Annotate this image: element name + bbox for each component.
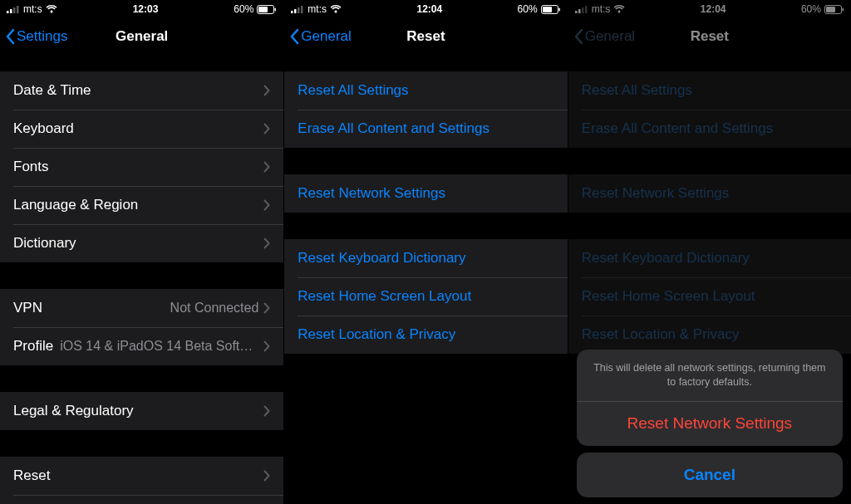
status-bar: mt:s 12:03 60% (0, 0, 283, 18)
label-reset-network: Reset Network Settings (298, 185, 553, 202)
label-reset-location: Reset Location & Privacy (298, 326, 553, 343)
row-shut-down[interactable]: Shut Down (0, 495, 283, 504)
action-sheet-message: This will delete all network settings, r… (577, 350, 843, 401)
row-reset[interactable]: Reset (0, 457, 283, 495)
chevron-right-icon (263, 199, 270, 211)
svg-rect-8 (294, 9, 297, 13)
screen-general: mt:s 12:03 60% Settings General Date & T… (0, 0, 283, 504)
chevron-right-icon (263, 340, 270, 352)
row-profile[interactable]: ProfileiOS 14 & iPadOS 14 Beta Softwar..… (0, 327, 283, 365)
battery-icon (257, 5, 277, 14)
screen-reset: mt:s 12:04 60% General Reset Reset All S… (283, 0, 567, 504)
label-reset-keyboard: Reset Keyboard Dictionary (582, 250, 838, 267)
svg-rect-3 (17, 6, 19, 13)
row-reset-network-settings: Reset Network Settings (568, 174, 851, 213)
screen-reset-confirm: mt:s 12:04 60% General Reset Reset All S… (568, 0, 851, 504)
clock: 12:03 (133, 3, 159, 15)
chevron-right-icon (263, 237, 270, 249)
carrier-label: mt:s (307, 3, 327, 15)
row-language-region[interactable]: Language & Region (0, 186, 283, 224)
label-reset-home: Reset Home Screen Layout (582, 288, 838, 305)
svg-rect-15 (578, 9, 581, 13)
svg-rect-2 (13, 7, 16, 13)
battery-icon (824, 5, 844, 14)
row-reset-location-privacy: Reset Location & Privacy (568, 316, 851, 354)
chevron-right-icon (263, 161, 270, 173)
row-reset-network-settings[interactable]: Reset Network Settings (284, 174, 567, 213)
label-date-time: Date & Time (13, 82, 263, 99)
label-erase-all: Erase All Content and Settings (298, 120, 553, 137)
row-reset-all-settings: Reset All Settings (568, 71, 851, 110)
svg-rect-13 (558, 7, 560, 11)
label-reset: Reset (13, 467, 263, 484)
row-reset-home-screen[interactable]: Reset Home Screen Layout (284, 277, 567, 316)
label-dictionary: Dictionary (13, 235, 263, 252)
chevron-left-icon (5, 28, 15, 45)
row-erase-all-content[interactable]: Erase All Content and Settings (284, 110, 567, 148)
row-date-time[interactable]: Date & Time (0, 71, 283, 110)
svg-rect-0 (7, 11, 9, 13)
row-vpn[interactable]: VPNNot Connected (0, 289, 283, 327)
chevron-right-icon (263, 405, 270, 417)
chevron-right-icon (263, 85, 270, 96)
battery-percent: 60% (518, 3, 538, 15)
row-dictionary[interactable]: Dictionary (0, 224, 283, 262)
chevron-left-icon (289, 28, 299, 45)
svg-rect-5 (258, 7, 268, 12)
svg-rect-7 (291, 11, 293, 13)
cellular-icon (291, 5, 304, 13)
chevron-right-icon (263, 470, 270, 482)
label-fonts: Fonts (13, 159, 263, 175)
chevron-right-icon (263, 302, 270, 314)
battery-icon (541, 5, 561, 14)
clock: 12:04 (701, 3, 726, 15)
back-label: General (301, 28, 351, 45)
row-reset-all-settings[interactable]: Reset All Settings (284, 71, 567, 110)
label-profile: Profile (13, 338, 53, 355)
back-button: General (573, 28, 635, 45)
svg-rect-10 (301, 6, 303, 13)
svg-rect-19 (826, 7, 835, 12)
row-keyboard[interactable]: Keyboard (0, 110, 283, 148)
label-reset-network: Reset Network Settings (582, 185, 838, 202)
clock: 12:04 (416, 3, 442, 15)
svg-rect-14 (575, 11, 578, 13)
nav-bar: General Reset (568, 18, 851, 55)
row-legal-regulatory[interactable]: Legal & Regulatory (0, 392, 283, 430)
label-legal: Legal & Regulatory (13, 403, 263, 419)
label-reset-all: Reset All Settings (298, 82, 553, 99)
svg-rect-9 (298, 7, 300, 13)
chevron-right-icon (263, 123, 270, 135)
back-button[interactable]: Settings (5, 28, 67, 45)
cellular-icon (575, 5, 588, 13)
svg-rect-20 (842, 7, 844, 11)
cellular-icon (7, 5, 20, 13)
action-sheet-cancel-button[interactable]: Cancel (577, 453, 843, 497)
svg-rect-17 (585, 6, 588, 13)
label-erase-all: Erase All Content and Settings (582, 120, 838, 137)
status-bar: mt:s 12:04 60% (284, 0, 567, 18)
row-reset-home-screen: Reset Home Screen Layout (568, 277, 851, 316)
battery-percent: 60% (234, 3, 253, 15)
label-reset-keyboard: Reset Keyboard Dictionary (298, 250, 553, 267)
row-fonts[interactable]: Fonts (0, 148, 283, 186)
nav-bar: General Reset (284, 18, 567, 55)
svg-rect-1 (10, 9, 12, 13)
back-label: Settings (17, 28, 67, 45)
action-sheet-reset-button[interactable]: Reset Network Settings (577, 401, 843, 446)
label-language-region: Language & Region (13, 197, 263, 213)
svg-rect-12 (543, 7, 552, 12)
back-button[interactable]: General (289, 28, 351, 45)
label-vpn: VPN (13, 300, 170, 316)
carrier-label: mt:s (592, 3, 611, 15)
label-keyboard: Keyboard (13, 120, 263, 137)
label-reset-location: Reset Location & Privacy (582, 326, 838, 343)
row-reset-keyboard-dictionary[interactable]: Reset Keyboard Dictionary (284, 239, 567, 277)
row-reset-location-privacy[interactable]: Reset Location & Privacy (284, 316, 567, 354)
action-sheet: This will delete all network settings, r… (577, 350, 843, 497)
value-vpn: Not Connected (170, 301, 259, 316)
row-erase-all-content: Erase All Content and Settings (568, 110, 851, 148)
row-reset-keyboard-dictionary: Reset Keyboard Dictionary (568, 239, 851, 277)
value-profile: iOS 14 & iPadOS 14 Beta Softwar... (60, 339, 258, 354)
svg-rect-16 (582, 7, 584, 13)
